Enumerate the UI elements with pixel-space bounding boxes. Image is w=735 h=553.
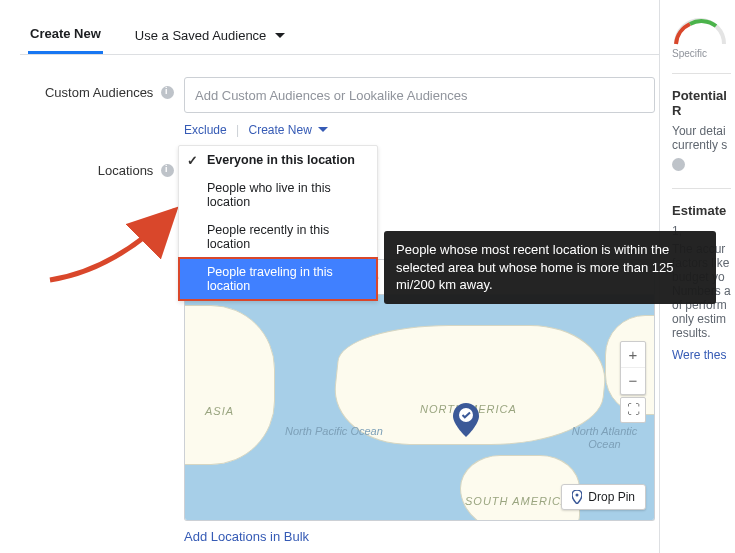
map-text-sa: SOUTH AMERICA xyxy=(465,495,569,507)
exclude-link[interactable]: Exclude xyxy=(184,123,227,137)
pin-icon xyxy=(572,490,582,504)
dropdown-option-everyone[interactable]: Everyone in this location xyxy=(179,146,377,174)
estimate-heading: Estimate xyxy=(672,203,731,218)
separator: | xyxy=(236,123,239,137)
drop-pin-button[interactable]: Drop Pin xyxy=(561,484,646,510)
map-zoom-controls: + − xyxy=(620,341,646,395)
locations-label: Locations xyxy=(28,155,184,544)
info-icon[interactable] xyxy=(161,86,174,99)
tab-saved-audience[interactable]: Use a Saved Audience xyxy=(133,22,288,53)
info-icon[interactable] xyxy=(672,158,685,171)
map-text-atlantic: North Atlantic Ocean xyxy=(555,425,654,451)
location-map[interactable]: ASIA NORTH MERICA SOUTH AMERICA North Pa… xyxy=(184,295,655,521)
dropdown-option-travel[interactable]: People traveling in this location xyxy=(179,258,377,300)
zoom-in-button[interactable]: + xyxy=(621,342,645,368)
custom-audiences-label: Custom Audiences xyxy=(28,77,184,137)
zoom-out-button[interactable]: − xyxy=(621,368,645,394)
were-these-link[interactable]: Were thes xyxy=(672,348,731,362)
add-locations-bulk-link[interactable]: Add Locations in Bulk xyxy=(184,529,659,544)
potential-reach-heading: Potential R xyxy=(672,88,731,118)
dropdown-option-live[interactable]: People who live in this location xyxy=(179,174,377,216)
dropdown-option-recent[interactable]: People recently in this location xyxy=(179,216,377,258)
custom-audiences-links: Exclude | Create New xyxy=(184,123,659,137)
info-icon[interactable] xyxy=(161,164,174,177)
create-new-link[interactable]: Create New xyxy=(249,123,329,137)
tab-create-new[interactable]: Create New xyxy=(28,20,103,54)
drop-pin-label: Drop Pin xyxy=(588,490,635,504)
map-text-asia: ASIA xyxy=(205,405,234,417)
audience-gauge-icon xyxy=(672,16,728,46)
caret-down-icon xyxy=(275,33,285,38)
tab-saved-label: Use a Saved Audience xyxy=(135,28,267,43)
potential-reach-body: Your detai currently s xyxy=(672,124,731,152)
travel-tooltip: People whose most recent location is wit… xyxy=(384,231,716,304)
fullscreen-button[interactable]: ⛶ xyxy=(620,397,646,423)
create-new-link-text: Create New xyxy=(249,123,312,137)
tabs-bar: Create New Use a Saved Audience xyxy=(20,20,659,55)
map-text-pacific: North Pacific Ocean xyxy=(285,425,383,438)
custom-audiences-input[interactable]: Add Custom Audiences or Lookalike Audien… xyxy=(184,77,655,113)
locations-label-text: Locations xyxy=(98,163,154,178)
location-type-dropdown: Everyone in this location People who liv… xyxy=(178,145,378,301)
map-marker-icon[interactable] xyxy=(453,403,479,437)
gauge-specific-label: Specific xyxy=(672,48,731,59)
svg-point-1 xyxy=(576,494,579,497)
caret-down-icon xyxy=(318,127,328,132)
custom-audiences-label-text: Custom Audiences xyxy=(45,85,153,100)
